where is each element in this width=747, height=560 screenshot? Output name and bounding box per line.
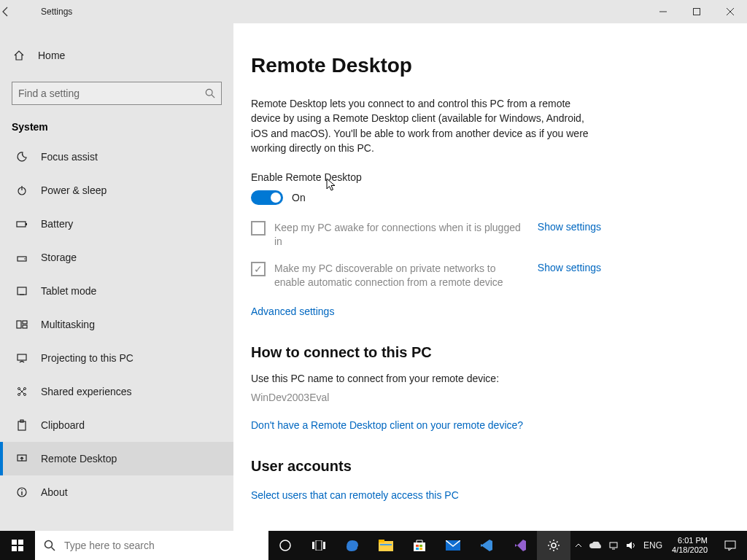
svg-rect-28 [12, 546, 17, 551]
clock[interactable]: 6:01 PM 4/18/2020 [666, 536, 713, 555]
home-label: Home [38, 50, 65, 61]
sidebar-item-label: Multitasking [41, 319, 95, 330]
user-accounts-header: User accounts [251, 458, 718, 475]
sidebar-item-storage[interactable]: Storage [0, 241, 233, 274]
sidebar-item-label: Battery [41, 218, 73, 230]
vscode-icon[interactable] [470, 531, 503, 560]
projecting-icon [15, 352, 29, 364]
sidebar-item-label: Clipboard [41, 419, 85, 431]
clock-time: 6:01 PM [672, 536, 708, 545]
home-nav[interactable]: Home [0, 41, 233, 70]
onedrive-icon[interactable] [586, 531, 605, 560]
enable-remote-desktop-toggle[interactable] [251, 190, 283, 205]
svg-rect-14 [23, 325, 27, 328]
tablet-icon [15, 285, 29, 297]
svg-rect-6 [17, 222, 26, 227]
sidebar-item-battery[interactable]: Battery [0, 207, 233, 241]
svg-rect-34 [316, 540, 322, 551]
discoverable-label: Make my PC discoverable on private netwo… [274, 262, 526, 289]
svg-rect-35 [323, 542, 325, 549]
howto-header: How to connect to this PC [251, 344, 718, 361]
svg-rect-42 [416, 548, 419, 550]
sidebar-item-multitasking[interactable]: Multitasking [0, 308, 233, 341]
svg-rect-27 [18, 540, 23, 545]
advanced-settings-link[interactable]: Advanced settings [251, 306, 334, 317]
svg-rect-13 [23, 321, 27, 324]
svg-rect-10 [18, 287, 26, 295]
svg-rect-41 [419, 545, 422, 547]
svg-rect-1 [694, 9, 700, 15]
store-icon[interactable] [403, 531, 436, 560]
clipboard-icon [15, 419, 29, 431]
sidebar-group-header: System [0, 105, 233, 140]
sidebar-item-label: Power & sleep [41, 184, 107, 196]
svg-point-2 [206, 89, 212, 96]
language-indicator[interactable]: ENG [640, 531, 666, 560]
sidebar-item-shared-experiences[interactable]: Shared experiences [0, 375, 233, 408]
start-button[interactable] [0, 531, 35, 560]
file-explorer-icon[interactable] [369, 531, 403, 560]
pc-name: WinDev2003Eval [251, 392, 718, 403]
enable-remote-desktop-label: Enable Remote Desktop [251, 171, 718, 183]
svg-rect-38 [380, 544, 392, 545]
svg-rect-26 [12, 540, 17, 545]
sidebar-item-label: Focus assist [41, 151, 98, 163]
settings-search[interactable] [12, 82, 222, 105]
clock-date: 4/18/2020 [672, 545, 708, 555]
minimize-button[interactable] [646, 0, 680, 23]
volume-icon[interactable] [622, 531, 640, 560]
search-icon [205, 88, 215, 98]
keep-awake-checkbox[interactable] [251, 221, 266, 236]
nav-list: Focus assist Power & sleep Battery Stora… [0, 140, 233, 531]
main-content: Remote Desktop Remote Desktop lets you c… [233, 23, 747, 531]
sidebar: Home System Focus assist Power & sleep B [0, 23, 233, 531]
svg-rect-20 [18, 421, 26, 430]
back-button[interactable] [0, 6, 35, 18]
moon-icon [15, 151, 29, 163]
visual-studio-icon[interactable] [503, 531, 537, 560]
mail-icon[interactable] [436, 531, 470, 560]
multitasking-icon [15, 319, 29, 330]
sidebar-item-projecting[interactable]: Projecting to this PC [0, 341, 233, 375]
sidebar-item-remote-desktop[interactable]: Remote Desktop [0, 442, 233, 475]
sidebar-item-label: Tablet mode [41, 285, 96, 297]
storage-icon [15, 252, 29, 263]
svg-rect-43 [419, 548, 422, 550]
svg-rect-37 [379, 540, 384, 542]
discoverable-checkbox[interactable] [251, 262, 266, 276]
action-center-button[interactable] [713, 531, 747, 560]
svg-line-31 [52, 548, 55, 551]
sidebar-item-label: About [41, 486, 68, 498]
svg-rect-15 [18, 354, 26, 360]
search-input[interactable] [18, 88, 205, 99]
sidebar-item-about[interactable]: About [0, 475, 233, 509]
task-view-button[interactable] [302, 531, 336, 560]
page-description: Remote Desktop lets you connect to and c… [251, 96, 601, 155]
no-client-link[interactable]: Don't have a Remote Desktop client on yo… [251, 419, 523, 431]
network-icon[interactable] [605, 531, 622, 560]
remote-desktop-icon [15, 453, 29, 464]
sidebar-item-tablet-mode[interactable]: Tablet mode [0, 274, 233, 308]
svg-point-45 [551, 543, 556, 548]
sidebar-item-clipboard[interactable]: Clipboard [0, 408, 233, 442]
sidebar-item-label: Storage [41, 252, 77, 263]
svg-point-30 [45, 541, 53, 548]
search-icon [44, 540, 55, 551]
edge-icon[interactable] [336, 531, 369, 560]
keep-awake-show-settings-link[interactable]: Show settings [538, 221, 601, 233]
tray-expand-icon[interactable] [571, 531, 586, 560]
discoverable-show-settings-link[interactable]: Show settings [538, 262, 601, 273]
maximize-button[interactable] [680, 0, 713, 23]
sidebar-item-focus-assist[interactable]: Focus assist [0, 140, 233, 174]
sidebar-item-label: Projecting to this PC [41, 352, 133, 364]
howto-text: Use this PC name to connect from your re… [251, 373, 718, 384]
settings-taskbar-icon[interactable] [537, 531, 570, 560]
svg-rect-12 [17, 321, 21, 328]
sidebar-item-label: Shared experiences [41, 386, 132, 397]
svg-point-32 [280, 540, 290, 551]
select-users-link[interactable]: Select users that can remotely access th… [251, 489, 459, 501]
taskbar-search[interactable]: Type here to search [35, 531, 268, 560]
close-button[interactable] [713, 0, 747, 23]
sidebar-item-power-sleep[interactable]: Power & sleep [0, 174, 233, 207]
cortana-button[interactable] [268, 531, 302, 560]
